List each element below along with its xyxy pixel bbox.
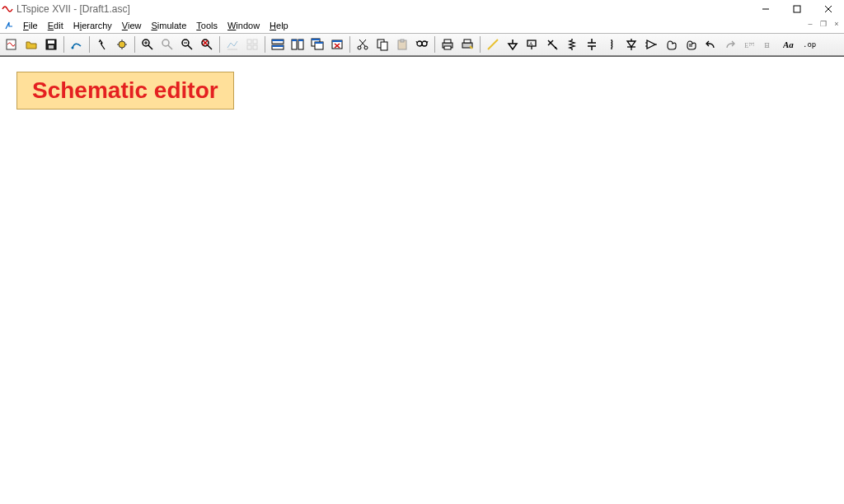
cascade-button[interactable] [308,35,326,54]
separator [89,36,90,53]
resistor-button[interactable] [563,35,581,54]
overlay-label-text: Schematic editor [32,77,218,104]
pick-data-button[interactable] [243,35,261,54]
run-button[interactable] [93,35,111,54]
new-schematic-button[interactable] [2,35,21,54]
move-button[interactable] [662,35,680,54]
svg-point-18 [162,40,169,46]
menu-edit[interactable]: Edit [43,21,68,30]
title-bar: LTspice XVII - [Draft1.asc] [0,0,844,18]
svg-text:E: E [765,41,770,49]
ground-button[interactable] [504,35,522,54]
svg-text:E: E [748,42,756,47]
cut-button[interactable] [354,35,372,54]
svg-line-59 [416,41,417,43]
zoom-in-button[interactable] [138,35,157,54]
svg-rect-31 [253,45,257,49]
paste-button[interactable] [393,35,411,54]
menu-hierarchy[interactable]: Hierarchy [68,21,117,30]
svg-rect-41 [312,39,320,40]
app-icon [2,3,13,15]
schematic-canvas[interactable]: Schematic editor [0,56,844,504]
drag-button[interactable] [682,35,700,54]
toolbar: A EE EE Aa .op [0,33,844,56]
svg-rect-35 [272,45,284,47]
svg-rect-33 [272,40,284,41]
svg-rect-37 [292,40,297,41]
svg-point-8 [72,47,74,49]
menu-view[interactable]: View [117,21,147,30]
separator [134,36,135,53]
open-button[interactable] [22,35,40,54]
overlay-label-box: Schematic editor [16,72,234,110]
svg-rect-39 [298,40,303,41]
text-button[interactable]: Aa [781,35,799,54]
menu-file[interactable]: File [18,21,43,30]
copy-button[interactable] [373,35,392,54]
component-button[interactable] [642,35,660,54]
spice-directive-button[interactable]: .op [800,35,818,54]
pan-button[interactable] [158,35,176,54]
svg-text:A: A [529,41,533,46]
close-window-button[interactable] [328,35,346,54]
svg-rect-1 [794,6,800,12]
menu-window[interactable]: Window [223,21,265,30]
separator [434,36,435,53]
svg-rect-55 [401,40,404,42]
svg-point-48 [358,46,361,49]
svg-rect-30 [247,45,251,49]
rotate-button[interactable]: EE [741,35,759,54]
svg-rect-53 [381,42,387,50]
print-button[interactable] [438,35,457,54]
find-button[interactable] [413,35,431,54]
separator [63,36,64,53]
separator [349,36,350,53]
svg-point-49 [364,46,368,49]
tile-vertical-button[interactable] [288,35,307,54]
separator [265,36,265,53]
menu-simulate[interactable]: Simulate [146,21,191,30]
svg-point-57 [422,41,427,46]
minimize-button[interactable] [750,0,781,18]
zoom-out-button[interactable] [178,35,196,54]
halt-button[interactable] [113,35,131,54]
svg-line-15 [148,45,152,49]
separator [480,36,481,53]
menu-tools[interactable]: Tools [191,21,223,30]
svg-text:Aa: Aa [783,40,794,49]
tile-horizontal-button[interactable] [269,35,287,54]
delete-button[interactable] [543,35,561,54]
print-setup-button[interactable] [458,35,476,54]
mdi-minimize[interactable]: – [804,18,816,30]
label-button[interactable]: A [523,35,542,54]
undo-button[interactable] [701,35,720,54]
control-panel-button[interactable] [68,35,86,54]
svg-line-51 [359,40,365,46]
capacitor-button[interactable] [583,35,601,54]
svg-line-60 [427,41,428,43]
redo-button[interactable] [721,35,739,54]
window-title: LTspice XVII - [Draft1.asc] [16,3,130,15]
inductor-button[interactable] [603,35,621,54]
wire-button[interactable] [484,35,502,54]
svg-text:.op: .op [803,40,816,49]
maximize-button[interactable] [781,0,813,18]
close-button[interactable] [813,0,844,18]
menu-help[interactable]: Help [265,21,293,30]
mdi-restore[interactable]: ❐ [818,18,829,30]
zoom-fit-button[interactable] [198,35,216,54]
dot-grid [2,58,842,503]
save-button[interactable] [42,35,60,54]
mirror-button[interactable]: EE [761,35,779,54]
svg-rect-28 [247,40,251,44]
svg-rect-6 [48,40,54,44]
svg-rect-45 [332,40,342,42]
diode-button[interactable] [622,35,640,54]
mdi-system-icon[interactable] [3,20,15,31]
separator [219,36,220,53]
svg-rect-62 [444,40,451,43]
svg-line-50 [360,40,366,46]
svg-point-56 [417,41,422,46]
mdi-close[interactable]: × [831,18,842,30]
autorange-button[interactable] [223,35,241,54]
